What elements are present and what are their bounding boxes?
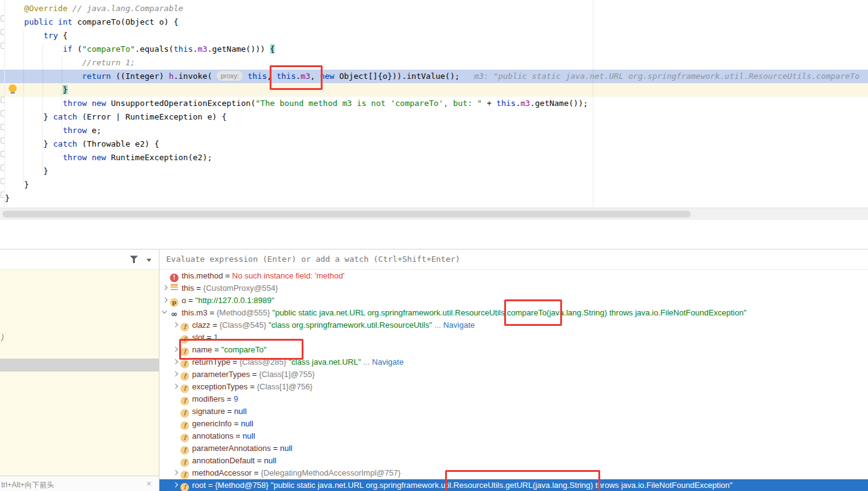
horizontal-scrollbar[interactable] bbox=[0, 208, 868, 220]
variable-row[interactable]: fannotationDefault = null bbox=[159, 455, 868, 467]
inline-parameter-hint: proxy: bbox=[217, 71, 243, 81]
code-token bbox=[5, 31, 44, 40]
fold-marker-icon[interactable] bbox=[1, 43, 4, 49]
equals-sign: = bbox=[207, 308, 217, 317]
scrollbar-thumb[interactable] bbox=[2, 211, 691, 217]
code-line[interactable]: //return 1; bbox=[5, 56, 868, 70]
chevron-down-icon[interactable] bbox=[147, 259, 151, 264]
chevron-right-icon[interactable] bbox=[161, 296, 169, 304]
code-token: } bbox=[63, 85, 68, 94]
navigate-link[interactable]: Navigate bbox=[443, 320, 475, 330]
code-token: catch bbox=[53, 112, 77, 121]
variable-name: modifiers bbox=[192, 394, 225, 404]
fold-marker-icon[interactable] bbox=[1, 137, 4, 144]
code-line[interactable]: } catch (Error | RuntimeException e) { bbox=[5, 110, 868, 124]
code-editor[interactable]: @Override // java.lang.Comparable public… bbox=[0, 0, 868, 207]
code-token: this bbox=[496, 99, 515, 108]
chevron-right-icon[interactable] bbox=[171, 345, 180, 354]
variable-row[interactable]: fparameterAnnotations = null bbox=[159, 442, 868, 455]
chevron-right-icon[interactable] bbox=[161, 283, 169, 292]
code-line[interactable]: } bbox=[5, 192, 868, 205]
stack-frame-selected[interactable] bbox=[0, 359, 159, 371]
variable-name: clazz bbox=[192, 320, 211, 330]
variable-row[interactable]: fsignature = null bbox=[159, 405, 868, 418]
frames-panel[interactable]: ) Handler (org.springframework.core) trl… bbox=[0, 250, 159, 491]
variable-name: this bbox=[182, 283, 194, 293]
equals-sign: = bbox=[250, 370, 259, 379]
fold-marker-icon[interactable] bbox=[1, 151, 4, 157]
code-line[interactable]: } bbox=[5, 164, 868, 178]
variable-row[interactable]: this = {CustomProxy@554} bbox=[159, 282, 868, 294]
navigate-link[interactable]: Navigate bbox=[372, 357, 403, 367]
fold-marker-icon[interactable] bbox=[1, 124, 4, 130]
fold-marker-icon[interactable] bbox=[1, 15, 4, 22]
variable-row[interactable]: fannotations = null bbox=[159, 430, 868, 442]
field-icon: f bbox=[180, 397, 189, 405]
chevron-right-icon[interactable] bbox=[171, 481, 180, 489]
code-token: "compareTo" bbox=[82, 44, 135, 54]
code-line[interactable]: if ("compareTo".equals(this.m3.getName()… bbox=[5, 43, 868, 56]
stack-frame[interactable]: ) bbox=[1, 332, 4, 342]
variable-row[interactable]: fparameterTypes = {Class[1]@755} bbox=[159, 368, 868, 381]
code-line[interactable]: try { bbox=[5, 29, 868, 43]
variable-name: annotationDefault bbox=[192, 456, 255, 465]
chevron-right-icon[interactable] bbox=[171, 320, 180, 329]
code-token: + bbox=[482, 99, 496, 108]
variable-name: parameterAnnotations bbox=[192, 444, 271, 453]
frames-toolbar bbox=[0, 250, 159, 270]
fold-marker-icon[interactable] bbox=[1, 164, 4, 171]
code-token: catch bbox=[53, 139, 77, 148]
fold-marker-icon[interactable] bbox=[1, 97, 4, 103]
chevron-spacer bbox=[171, 419, 180, 428]
code-line[interactable]: public int compareTo(Object o) { bbox=[5, 15, 868, 29]
fold-marker-icon[interactable] bbox=[1, 178, 4, 184]
fold-marker-icon[interactable] bbox=[1, 110, 4, 116]
code-token: UnsupportedOperationException( bbox=[106, 99, 255, 108]
variable-name: parameterTypes bbox=[192, 370, 250, 379]
code-token: (Throwable e2) { bbox=[77, 139, 159, 148]
fold-marker-icon[interactable] bbox=[1, 192, 4, 198]
code-line[interactable]: throw new RuntimeException(e2); bbox=[5, 151, 868, 164]
chevron-right-icon[interactable] bbox=[171, 382, 180, 391]
filter-icon[interactable] bbox=[130, 256, 138, 263]
code-token: .invoke( bbox=[174, 71, 217, 81]
variable-row[interactable]: fgenericInfo = null bbox=[159, 418, 868, 430]
code-line[interactable]: } catch (Throwable e2) { bbox=[5, 137, 868, 151]
chevron-spacer bbox=[171, 407, 180, 415]
debugger-panel: ) Handler (org.springframework.core) trl… bbox=[0, 249, 868, 491]
code-token bbox=[5, 4, 24, 13]
evaluate-expression-input[interactable]: Evaluate expression (Enter) or add a wat… bbox=[166, 254, 460, 264]
variable-value: null bbox=[280, 444, 292, 453]
stack-frame[interactable]: Handler (org.springframework.core) bbox=[1, 347, 145, 357]
close-icon[interactable]: × bbox=[147, 479, 151, 489]
variable-value: ... bbox=[432, 320, 443, 330]
code-token bbox=[53, 17, 58, 26]
code-line[interactable]: throw new UnsupportedOperationException(… bbox=[5, 97, 868, 110]
code-token: throw bbox=[63, 153, 87, 162]
code-line[interactable]: @Override // java.lang.Comparable bbox=[5, 2, 868, 15]
variable-value: "http://127.0.0.1:8989" bbox=[195, 296, 275, 305]
error-icon: ! bbox=[170, 274, 179, 282]
chevron-right-icon[interactable] bbox=[171, 468, 180, 477]
variable-row[interactable]: !this.method = No such instance field: '… bbox=[159, 270, 868, 282]
variable-row[interactable]: fexceptionTypes = {Class[1]@756} bbox=[159, 381, 868, 393]
evaluate-bar: Evaluate expression (Enter) or add a wat… bbox=[159, 250, 868, 270]
variable-value: null bbox=[264, 456, 276, 465]
variable-value: 9 bbox=[234, 394, 238, 404]
code-line[interactable]: } bbox=[5, 83, 868, 97]
variable-value: {Class[1]@756} bbox=[257, 382, 313, 391]
fold-marker-icon[interactable] bbox=[1, 29, 4, 35]
code-token: } bbox=[5, 112, 53, 121]
chevron-right-icon[interactable] bbox=[171, 370, 180, 378]
code-line[interactable]: } bbox=[5, 178, 868, 192]
code-token bbox=[5, 99, 63, 108]
code-line[interactable]: throw e; bbox=[5, 124, 868, 137]
chevron-down-icon[interactable] bbox=[161, 308, 169, 317]
variable-value: {DelegatingMethodAccessorImpl@757} bbox=[261, 468, 401, 477]
field-icon: f bbox=[180, 434, 189, 442]
code-line[interactable]: return ((Integer) h.invoke( proxy: this,… bbox=[5, 70, 868, 83]
chevron-right-icon[interactable] bbox=[171, 357, 180, 366]
variable-name: this.method bbox=[182, 271, 223, 280]
annotation-box-3 bbox=[179, 339, 303, 360]
variable-row[interactable]: fmodifiers = 9 bbox=[159, 393, 868, 405]
